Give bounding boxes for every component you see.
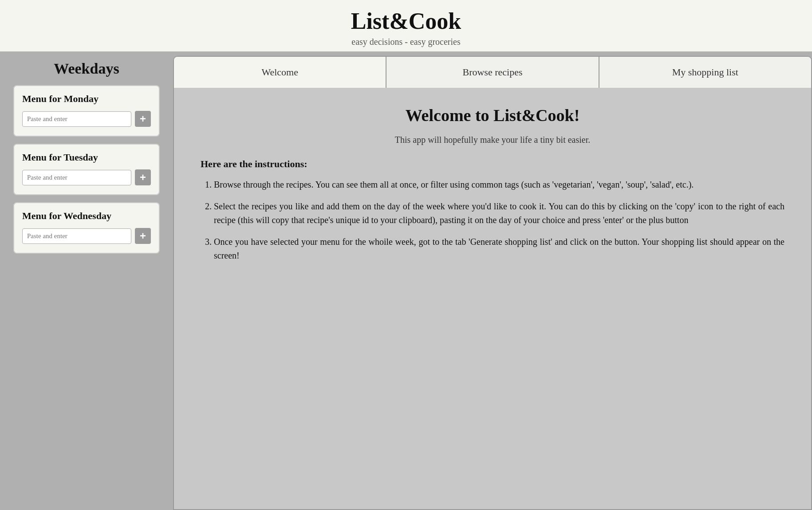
day-card-input-tuesday[interactable]	[22, 170, 131, 185]
tab-bar: Welcome Browse recipes My shopping list	[173, 56, 812, 88]
sidebar: Weekdays Menu for Monday + Menu for Tues…	[0, 51, 173, 510]
instructions-list: Browse through the recipes. You can see …	[201, 178, 784, 263]
day-card-title-wednesday: Menu for Wednesday	[22, 210, 151, 222]
day-card-tuesday: Menu for Tuesday +	[13, 144, 160, 195]
instructions-heading: Here are the instructions:	[201, 158, 784, 170]
main-area: Weekdays Menu for Monday + Menu for Tues…	[0, 51, 812, 510]
instruction-item-2: Select the recipes you like and add them…	[214, 200, 784, 227]
app-subtitle: easy decisions - easy groceries	[0, 37, 812, 47]
plus-icon-wednesday: +	[140, 231, 146, 241]
instruction-item-1: Browse through the recipes. You can see …	[214, 178, 784, 192]
day-card-add-button-monday[interactable]: +	[135, 111, 151, 127]
tab-welcome[interactable]: Welcome	[174, 57, 386, 88]
welcome-subtext: This app will hopefully make your life a…	[201, 135, 784, 145]
instruction-item-3: Once you have selected your menu for the…	[214, 235, 784, 263]
tab-browse-recipes[interactable]: Browse recipes	[386, 57, 599, 88]
day-card-title-monday: Menu for Monday	[22, 93, 151, 105]
page-wrapper: List&Cook easy decisions - easy grocerie…	[0, 0, 812, 510]
day-card-add-button-wednesday[interactable]: +	[135, 228, 151, 244]
sidebar-title: Weekdays	[54, 60, 119, 77]
welcome-heading: Welcome to List&Cook!	[201, 106, 784, 125]
day-card-input-wednesday[interactable]	[22, 228, 131, 244]
day-card-title-tuesday: Menu for Tuesday	[22, 152, 151, 163]
app-header: List&Cook easy decisions - easy grocerie…	[0, 0, 812, 51]
day-card-monday: Menu for Monday +	[13, 85, 160, 137]
day-card-wednesday: Menu for Wednesday +	[13, 202, 160, 254]
tab-shopping-list[interactable]: My shopping list	[599, 57, 811, 88]
day-card-input-row-monday: +	[22, 111, 151, 127]
day-card-add-button-tuesday[interactable]: +	[135, 169, 151, 185]
app-title: List&Cook	[0, 8, 812, 34]
plus-icon-tuesday: +	[140, 172, 146, 183]
day-card-input-monday[interactable]	[22, 111, 131, 127]
day-card-input-row-tuesday: +	[22, 169, 151, 185]
day-card-input-row-wednesday: +	[22, 228, 151, 244]
content-panel: Welcome Browse recipes My shopping list …	[173, 56, 812, 510]
plus-icon-monday: +	[140, 114, 146, 124]
content-body: Welcome to List&Cook! This app will hope…	[173, 88, 812, 510]
